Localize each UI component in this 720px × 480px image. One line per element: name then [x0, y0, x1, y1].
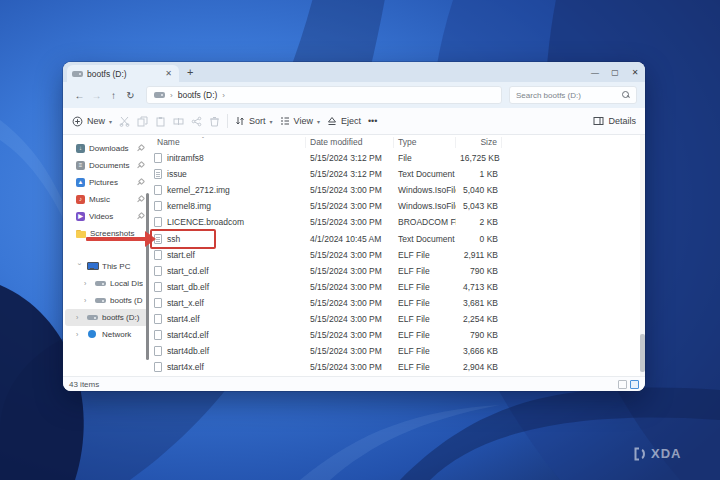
file-row-ssh-highlighted[interactable]: ssh 4/1/2024 10:45 AM Text Document 0 KB	[150, 230, 645, 246]
column-header-date[interactable]: Date modified	[306, 137, 394, 148]
file-row[interactable]: kernel_2712.img 5/15/2024 3:00 PM Window…	[150, 182, 645, 198]
copy-button[interactable]	[137, 116, 148, 127]
file-row[interactable]: kernel8.img 5/15/2024 3:00 PM Windows.Is…	[150, 198, 645, 214]
refresh-button[interactable]: ↻	[122, 90, 139, 101]
breadcrumb-separator: ›	[170, 91, 173, 100]
file-type: Windows.IsoFile	[394, 201, 456, 211]
view-button[interactable]: View ▾	[280, 116, 320, 126]
chevron-right-icon[interactable]: ›	[76, 263, 83, 270]
sidebar-scrollbar[interactable]	[146, 193, 149, 360]
list-view-toggle[interactable]	[618, 380, 627, 389]
chevron-right-icon[interactable]: ›	[84, 297, 91, 304]
file-row[interactable]: start4x.elf 5/15/2024 3:00 PM ELF File 2…	[150, 359, 645, 375]
file-row[interactable]: start4.elf 5/15/2024 3:00 PM ELF File 2,…	[150, 311, 645, 327]
file-date-modified: 5/15/2024 3:00 PM	[306, 201, 394, 211]
sidebar-quick-access-item[interactable]: ▲ Pictures	[65, 174, 148, 191]
file-date-modified: 5/15/2024 3:00 PM	[306, 362, 394, 372]
cut-button[interactable]	[119, 116, 130, 127]
file-row[interactable]: start_cd.elf 5/15/2024 3:00 PM ELF File …	[150, 263, 645, 279]
file-icon	[154, 314, 162, 324]
sidebar-quick-access-item[interactable]: Screenshots	[65, 225, 148, 242]
eject-button[interactable]: Eject	[327, 116, 361, 126]
list-scrollbar-thumb[interactable]	[640, 334, 645, 372]
back-button[interactable]: ←	[71, 90, 88, 101]
file-row[interactable]: start_db.elf 5/15/2024 3:00 PM ELF File …	[150, 279, 645, 295]
file-name: start_db.elf	[167, 282, 209, 292]
file-size: 3,681 KB	[456, 298, 502, 308]
column-header-name[interactable]: ˆ Name	[150, 137, 306, 148]
sidebar-item-label: Screenshots	[90, 229, 143, 238]
sidebar-item-label: Local Disk (C:)	[110, 279, 143, 288]
command-bar: New ▾ Sort ▾ View ▾ Eject	[63, 108, 645, 135]
file-rows: initramfs8 5/15/2024 3:12 PM File 16,725…	[150, 150, 645, 375]
file-row[interactable]: start.elf 5/15/2024 3:00 PM ELF File 2,9…	[150, 247, 645, 263]
file-date-modified: 5/15/2024 3:12 PM	[306, 153, 394, 163]
rename-button[interactable]	[173, 116, 184, 127]
address-bar: ← → ↑ ↻ › bootfs (D:) › Search bootfs (D…	[63, 82, 645, 108]
close-button[interactable]: ✕	[625, 62, 645, 82]
paste-button[interactable]	[155, 116, 166, 127]
file-row[interactable]: initramfs8 5/15/2024 3:12 PM File 16,725…	[150, 150, 645, 166]
chevron-right-icon[interactable]: ›	[76, 331, 83, 338]
file-size: 16,725 KB	[456, 153, 502, 163]
sidebar-item-label: Music	[89, 195, 132, 204]
sidebar-quick-access-item[interactable]: ≡ Documents	[65, 157, 148, 174]
chevron-down-icon: ▾	[270, 118, 273, 125]
drive-icon	[72, 71, 83, 77]
column-header-size[interactable]: Size	[456, 137, 502, 148]
new-button[interactable]: New ▾	[72, 116, 112, 127]
new-tab-button[interactable]: +	[187, 64, 193, 81]
file-type: ELF File	[394, 298, 456, 308]
maximize-button[interactable]: ▢	[605, 62, 625, 82]
search-box[interactable]: Search bootfs (D:)	[509, 86, 637, 104]
chevron-right-icon[interactable]: ›	[84, 280, 91, 287]
file-name: start4cd.elf	[167, 330, 209, 340]
xda-watermark-text: XDA	[651, 446, 681, 461]
sidebar-item-label: Videos	[89, 212, 132, 221]
explorer-content: ↓ Downloads ≡ Documents ▲ Pictures ♪ Mus…	[63, 135, 645, 376]
sidebar-tree-item[interactable]: › bootfs (D:)	[65, 309, 148, 326]
sidebar-tree-item[interactable]: › bootfs (D:)	[65, 292, 148, 309]
rename-icon	[173, 116, 184, 127]
xda-logo-icon	[633, 447, 649, 461]
paste-icon	[155, 116, 166, 127]
file-size: 1 KB	[456, 169, 502, 179]
file-row[interactable]: start_x.elf 5/15/2024 3:00 PM ELF File 3…	[150, 295, 645, 311]
tab-bootfs[interactable]: bootfs (D:) ✕	[67, 65, 179, 82]
file-type: Text Document	[394, 169, 456, 179]
list-scrollbar-track[interactable]	[640, 135, 645, 376]
up-button[interactable]: ↑	[105, 90, 122, 101]
breadcrumb-location[interactable]: bootfs (D:)	[178, 90, 218, 100]
sidebar-item-label: Downloads	[89, 144, 132, 153]
sidebar-tree-item[interactable]: › Network	[65, 326, 148, 343]
file-size: 3,666 KB	[456, 346, 502, 356]
delete-button[interactable]	[209, 116, 220, 127]
sidebar-tree-item[interactable]: › Local Disk (C:)	[65, 275, 148, 292]
file-row[interactable]: LICENCE.broadcom 5/15/2024 3:00 PM BROAD…	[150, 214, 645, 230]
details-view-toggle[interactable]	[630, 380, 639, 389]
details-pane-button[interactable]: Details	[593, 116, 636, 126]
file-name: start4db.elf	[167, 346, 209, 356]
share-button[interactable]	[191, 116, 202, 127]
quick-access-list: ↓ Downloads ≡ Documents ▲ Pictures ♪ Mus…	[63, 140, 150, 242]
file-icon	[154, 282, 162, 292]
minimize-button[interactable]: —	[585, 62, 605, 82]
more-button[interactable]: •••	[368, 116, 377, 126]
sidebar-tree-item[interactable]: › This PC	[65, 258, 148, 275]
file-row[interactable]: issue 5/15/2024 3:12 PM Text Document 1 …	[150, 166, 645, 182]
sidebar-quick-access-item[interactable]: ▶ Videos	[65, 208, 148, 225]
tab-close-icon[interactable]: ✕	[163, 69, 174, 78]
breadcrumb[interactable]: › bootfs (D:) ›	[146, 86, 502, 104]
forward-button[interactable]: →	[88, 90, 105, 101]
file-row[interactable]: start4cd.elf 5/15/2024 3:00 PM ELF File …	[150, 327, 645, 343]
file-size: 2,911 KB	[456, 250, 502, 260]
sidebar-quick-access-item[interactable]: ↓ Downloads	[65, 140, 148, 157]
chevron-right-icon[interactable]: ›	[76, 314, 83, 321]
column-header-type[interactable]: Type	[394, 137, 456, 148]
sidebar-quick-access-item[interactable]: ♪ Music	[65, 191, 148, 208]
sort-button[interactable]: Sort ▾	[235, 116, 273, 126]
file-row[interactable]: start4db.elf 5/15/2024 3:00 PM ELF File …	[150, 343, 645, 359]
file-size: 2 KB	[456, 217, 502, 227]
column-headers: ˆ Name Date modified Type Size	[150, 135, 645, 150]
file-size: 5,040 KB	[456, 185, 502, 195]
